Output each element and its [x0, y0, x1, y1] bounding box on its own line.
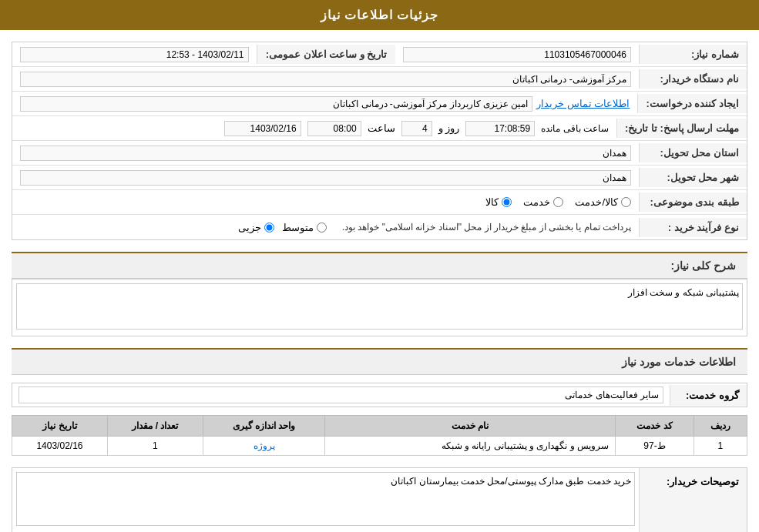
tabaqe-label: طبقه بندی موضوعی: [639, 192, 747, 212]
cell-tarikh: 1403/02/16 [12, 437, 108, 456]
shrh-section [12, 279, 747, 336]
page-header: جزئیات اطلاعات نیاز [0, 0, 759, 30]
radio-kala-item: کالا [485, 196, 512, 208]
col-tedad: تعداد / مقدار [107, 416, 203, 437]
radio-kala[interactable] [502, 197, 512, 207]
desc-value [12, 468, 639, 532]
col-vahed: واحد اندازه گیری [203, 416, 325, 437]
tabaqe-value: کالا/خدمت خدمت کالا [12, 192, 639, 212]
nam-dastgah-label: نام دستگاه خریدار: [639, 69, 747, 89]
radio-jozi[interactable] [264, 223, 274, 233]
saat-input [307, 121, 361, 136]
col-tarikh: تاریخ نیاز [12, 416, 108, 437]
description-section: توصیحات خریدار: [12, 467, 747, 532]
radio-jozi-item: جزیی [238, 222, 274, 233]
nam-dastgah-input [20, 72, 631, 87]
mande-label: ساعت باقی مانده [541, 123, 609, 134]
tarikh-ilan-value [12, 43, 257, 66]
shrh-textarea[interactable] [16, 283, 743, 330]
radio-khedmat-item: خدمت [523, 196, 563, 208]
nam-dastgah-row: نام دستگاه خریدار: [12, 67, 747, 92]
shomara-niaz-label: شماره نیاز: [639, 45, 747, 64]
mande-input [465, 121, 535, 136]
desc-textarea[interactable] [16, 472, 635, 526]
services-title: اطلاعات خدمات مورد نیاز [12, 348, 747, 375]
radio-khedmat[interactable] [553, 197, 563, 207]
header-title: جزئیات اطلاعات نیاز [321, 8, 439, 22]
radio-kala-khedmat-label: کالا/خدمت [575, 196, 618, 208]
ostan-row: استان محل تحویل: [12, 141, 747, 166]
tarikh-ilan-label: تاریخ و ساعت اعلان عمومی: [257, 45, 395, 64]
nooe-farayand-label: نوع فرآیند خرید : [639, 218, 747, 237]
page-wrapper: جزئیات اطلاعات نیاز شماره نیاز: تاریخ و … [0, 0, 759, 532]
ijad-konande-row: ایجاد کننده درخواست: اطلاعات تماس خریدار [12, 92, 747, 116]
mohlat-row: مهلت ارسال پاسخ: تا تاریخ: ساعت باقی مان… [12, 116, 747, 141]
nooe-farayand-row: نوع فرآیند خرید : پرداخت تمام یا بخشی از… [12, 215, 747, 239]
mohlat-label: مهلت ارسال پاسخ: تا تاریخ: [616, 119, 747, 138]
contact-link[interactable]: اطلاعات تماس خریدار [536, 98, 630, 109]
ostan-value [12, 142, 639, 165]
shrh-value [12, 279, 747, 336]
saat-label: ساعت [368, 122, 395, 134]
shomara-niaz-value [395, 43, 640, 66]
services-section: اطلاعات خدمات مورد نیاز گروه خدمت: ردیف … [12, 348, 747, 456]
shrh-title-text: شرح کلی نیاز: [671, 259, 736, 272]
shahr-input [20, 170, 631, 186]
cell-kod: ط-97 [616, 437, 694, 456]
info-section: شماره نیاز: تاریخ و ساعت اعلان عمومی: نا… [12, 42, 747, 240]
ijad-konande-label: ایجاد کننده درخواست: [637, 94, 747, 113]
desc-label: توصیحات خریدار: [639, 468, 747, 532]
tabaqe-row: طبقه بندی موضوعی: کالا/خدمت خدمت [12, 190, 747, 215]
cell-tedad: 1 [107, 437, 203, 456]
table-row: 1 ط-97 سرویس و نگهداری و پشتیبانی رایانه… [12, 437, 747, 456]
col-kod: کد خدمت [616, 416, 694, 437]
col-radif: ردیف [694, 416, 747, 437]
group-value [12, 383, 670, 407]
process-note: پرداخت تمام یا بخشی از مبلغ خریدار از مح… [342, 222, 631, 233]
group-label: گروه خدمت: [670, 385, 747, 406]
shrh-section-title: شرح کلی نیاز: [12, 252, 747, 279]
services-table: ردیف کد خدمت نام خدمت واحد اندازه گیری ت… [12, 415, 747, 456]
shrh-inner [12, 279, 747, 336]
radio-motavaset[interactable] [317, 223, 327, 233]
shomara-niaz-row: شماره نیاز: تاریخ و ساعت اعلان عمومی: [12, 42, 747, 67]
nam-dastgah-value [12, 68, 639, 91]
radio-kala-label: کالا [485, 196, 499, 208]
ostan-input [20, 146, 631, 161]
radio-motavaset-label: متوسط [282, 222, 314, 233]
radio-jozi-label: جزیی [238, 222, 261, 233]
ijad-konande-input [20, 96, 532, 112]
radio-kala-khedmat-item: کالا/خدمت [575, 196, 631, 208]
group-value-input [18, 386, 663, 403]
cell-vahed: پروژه [203, 437, 325, 456]
shahr-label: شهر محل تحویل: [639, 168, 747, 187]
ostan-label: استان محل تحویل: [639, 143, 747, 162]
radio-motavaset-item: متوسط [282, 222, 327, 233]
content-area: شماره نیاز: تاریخ و ساعت اعلان عمومی: نا… [0, 30, 759, 532]
group-row: گروه خدمت: [12, 383, 747, 407]
col-nam: نام خدمت [325, 416, 616, 437]
shomara-niaz-input [403, 47, 632, 62]
rooz-label: روز و [438, 122, 460, 134]
cell-nam: سرویس و نگهداری و پشتیبانی رایانه و شبکه [325, 437, 616, 456]
mohlat-value: ساعت باقی مانده روز و ساعت [12, 117, 616, 140]
radio-kala-khedmat[interactable] [621, 197, 631, 207]
cell-radif: 1 [694, 437, 747, 456]
shahr-row: شهر محل تحویل: [12, 166, 747, 190]
radio-khedmat-label: خدمت [523, 196, 550, 208]
date-input [224, 121, 301, 136]
nooe-farayand-value: پرداخت تمام یا بخشی از مبلغ خریدار از مح… [12, 218, 639, 237]
shahr-value [12, 166, 639, 189]
ijad-konande-value: اطلاعات تماس خریدار [12, 92, 637, 115]
rooz-input [401, 121, 432, 136]
tarikh-ilan-input [20, 47, 249, 62]
